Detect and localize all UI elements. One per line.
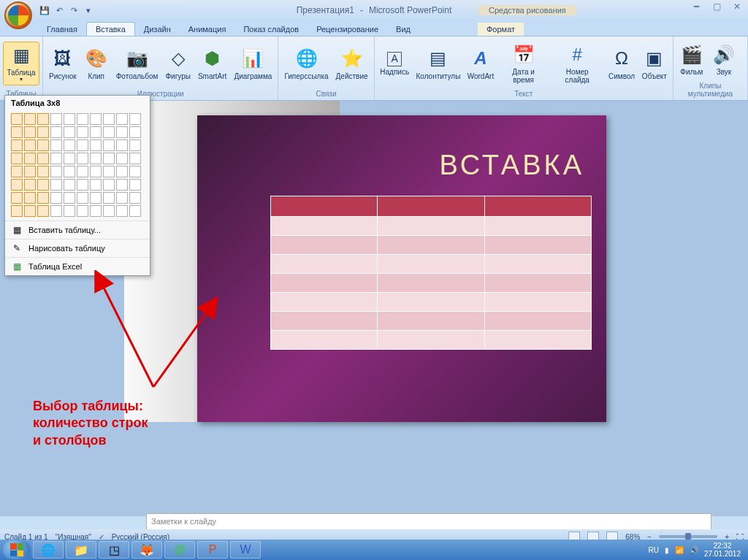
table-grid-cell[interactable]	[64, 126, 75, 138]
table-grid-cell[interactable]	[116, 192, 128, 204]
table-grid-cell[interactable]	[77, 166, 88, 177]
tab-home[interactable]: Главная	[38, 23, 86, 36]
table-grid-cell[interactable]	[116, 205, 128, 217]
table-grid-cell[interactable]	[116, 153, 128, 164]
wordart-button[interactable]: AWordArt	[465, 46, 497, 82]
table-grid-cell[interactable]	[11, 205, 23, 217]
table-grid-cell[interactable]	[90, 113, 102, 125]
table-grid-cell[interactable]	[24, 113, 36, 125]
taskbar-word[interactable]: W	[230, 541, 261, 559]
table-grid-cell[interactable]	[77, 153, 88, 164]
table-grid-cell[interactable]	[37, 113, 49, 125]
table-grid-cell[interactable]	[50, 113, 62, 125]
table-grid-cell[interactable]	[50, 192, 62, 204]
table-grid-cell[interactable]	[37, 205, 49, 217]
tab-animation[interactable]: Анимация	[180, 23, 235, 36]
table-grid-cell[interactable]	[77, 205, 88, 217]
inserted-table[interactable]	[270, 196, 592, 350]
picture-button[interactable]: 🖼Рисунок	[46, 46, 80, 82]
table-size-grid[interactable]	[5, 110, 150, 220]
table-grid-cell[interactable]	[129, 113, 141, 125]
table-grid-cell[interactable]	[90, 139, 102, 151]
table-grid-cell[interactable]	[116, 126, 128, 138]
table-grid-cell[interactable]	[90, 126, 102, 138]
table-grid-cell[interactable]	[129, 153, 141, 164]
table-grid-cell[interactable]	[37, 139, 49, 151]
tab-format[interactable]: Формат	[478, 23, 524, 36]
insert-table-menuitem[interactable]: ▦Вставить таблицу...	[5, 220, 150, 239]
table-grid-cell[interactable]	[37, 166, 49, 177]
table-grid-cell[interactable]	[50, 166, 62, 177]
table-grid-cell[interactable]	[129, 179, 141, 191]
notes-pane[interactable]: Заметки к слайду	[146, 513, 711, 531]
table-grid-cell[interactable]	[11, 179, 23, 191]
table-grid-cell[interactable]	[24, 166, 36, 177]
save-icon[interactable]: 💾	[38, 4, 51, 17]
shapes-button[interactable]: ◇Фигуры	[162, 46, 193, 82]
taskbar-ie[interactable]: 🌐	[33, 541, 64, 559]
table-grid-cell[interactable]	[129, 139, 141, 151]
table-grid-cell[interactable]	[50, 205, 62, 217]
datetime-button[interactable]: 📅Дата и время	[498, 42, 549, 85]
movie-button[interactable]: 🎬Фильм	[676, 42, 707, 77]
tab-review[interactable]: Рецензирование	[308, 23, 387, 36]
table-grid-cell[interactable]	[11, 113, 23, 125]
table-grid-cell[interactable]	[11, 153, 23, 164]
table-grid-cell[interactable]	[77, 139, 88, 151]
office-button[interactable]	[4, 1, 32, 29]
table-grid-cell[interactable]	[64, 192, 75, 204]
qat-dropdown-icon[interactable]: ▾	[82, 4, 95, 17]
table-grid-cell[interactable]	[77, 179, 88, 191]
taskbar-app2[interactable]: @	[164, 541, 195, 559]
smartart-button[interactable]: ⬢SmartArt	[195, 46, 229, 82]
table-grid-cell[interactable]	[77, 192, 88, 204]
table-grid-cell[interactable]	[50, 139, 62, 151]
table-grid-cell[interactable]	[129, 205, 141, 217]
table-grid-cell[interactable]	[50, 153, 62, 164]
table-grid-cell[interactable]	[37, 126, 49, 138]
close-button[interactable]: ✕	[729, 1, 745, 13]
table-grid-cell[interactable]	[11, 166, 23, 177]
table-grid-cell[interactable]	[90, 205, 102, 217]
tab-slideshow[interactable]: Показ слайдов	[234, 23, 308, 36]
table-grid-cell[interactable]	[64, 113, 75, 125]
table-grid-cell[interactable]	[24, 153, 36, 164]
table-grid-cell[interactable]	[24, 205, 36, 217]
table-grid-cell[interactable]	[64, 179, 75, 191]
headerfooter-button[interactable]: ▤Колонтитулы	[413, 46, 463, 82]
table-grid-cell[interactable]	[103, 113, 115, 125]
table-grid-cell[interactable]	[90, 179, 102, 191]
tab-view[interactable]: Вид	[387, 23, 419, 36]
table-grid-cell[interactable]	[24, 126, 36, 138]
taskbar-firefox[interactable]: 🦊	[131, 541, 162, 559]
table-grid-cell[interactable]	[24, 179, 36, 191]
table-grid-cell[interactable]	[116, 113, 128, 125]
table-grid-cell[interactable]	[90, 166, 102, 177]
table-grid-cell[interactable]	[37, 179, 49, 191]
tray-clock[interactable]: 22:32 27.01.2012	[704, 542, 741, 558]
taskbar-app1[interactable]: ◳	[99, 541, 129, 559]
excel-table-menuitem[interactable]: ▦Таблица Excel	[5, 257, 150, 275]
table-grid-cell[interactable]	[103, 179, 115, 191]
table-grid-cell[interactable]	[90, 192, 102, 204]
symbol-button[interactable]: ΩСимвол	[606, 46, 638, 82]
table-grid-cell[interactable]	[103, 153, 115, 164]
table-grid-cell[interactable]	[11, 126, 23, 138]
table-grid-cell[interactable]	[129, 192, 141, 204]
tray-network-icon[interactable]: 📶	[675, 546, 684, 554]
table-grid-cell[interactable]	[37, 153, 49, 164]
table-button[interactable]: ▦ Таблица▾	[3, 42, 39, 85]
clip-button[interactable]: 🎨Клип	[81, 46, 112, 82]
table-grid-cell[interactable]	[103, 166, 115, 177]
table-grid-cell[interactable]	[64, 139, 75, 151]
undo-icon[interactable]: ↶	[53, 4, 66, 17]
table-grid-cell[interactable]	[90, 153, 102, 164]
table-grid-cell[interactable]	[103, 126, 115, 138]
start-button[interactable]	[3, 540, 31, 559]
taskbar-explorer[interactable]: 📁	[66, 541, 96, 559]
table-grid-cell[interactable]	[103, 139, 115, 151]
tray-volume-icon[interactable]: 🔊	[690, 546, 698, 554]
table-grid-cell[interactable]	[50, 179, 62, 191]
table-grid-cell[interactable]	[129, 126, 141, 138]
table-grid-cell[interactable]	[103, 205, 115, 217]
